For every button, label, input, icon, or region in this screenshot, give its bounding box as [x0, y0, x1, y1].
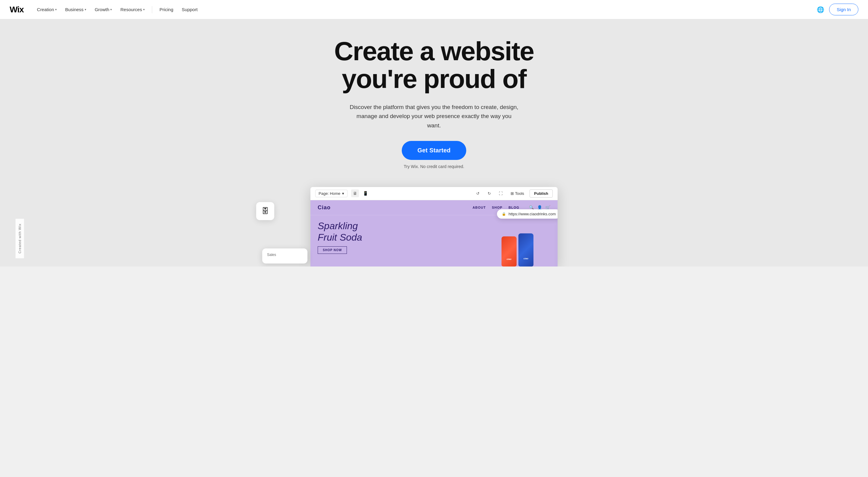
nav-item-growth[interactable]: Growth ▾	[91, 4, 116, 14]
mobile-icon: 📱	[363, 191, 368, 196]
site-hero-line1: Sparkling	[318, 220, 358, 231]
nav-growth-label: Growth	[95, 7, 109, 12]
chevron-down-icon: ▾	[55, 8, 57, 11]
chevron-down-icon: ▾	[342, 191, 344, 196]
site-logo: Ciao	[318, 204, 331, 211]
nav-item-pricing[interactable]: Pricing	[156, 4, 177, 14]
lock-icon: 🔒	[502, 212, 506, 216]
tools-label: Tools	[515, 191, 524, 196]
editor-toolbar: Page: Home ▾ 🖥 📱 ↺	[310, 187, 558, 200]
hero-note: Try Wix. No credit card required.	[404, 164, 464, 169]
nav-links: Creation ▾ Business ▾ Growth ▾ Resources…	[33, 4, 817, 14]
demo-section: Created with Wix 🗄 Sales Page: Home ▾ 🖥	[0, 181, 868, 267]
db-icon-card: 🗄	[256, 202, 274, 220]
sales-card: Sales	[262, 248, 307, 264]
undo-icon: ↺	[476, 191, 479, 196]
hero-title-line2: you're proud of	[342, 64, 526, 94]
side-label: Created with Wix	[16, 218, 24, 258]
expand-icon: ⛶	[499, 191, 503, 196]
globe-icon[interactable]: 🌐	[817, 6, 824, 13]
get-started-button[interactable]: Get Started	[402, 141, 466, 160]
desktop-view-button[interactable]: 🖥	[351, 190, 359, 197]
site-nav-shop[interactable]: SHOP	[492, 206, 502, 209]
mobile-view-button[interactable]: 📱	[361, 190, 369, 197]
hero-title: Create a website you're proud of	[334, 37, 534, 93]
desktop-icon: 🖥	[353, 191, 357, 196]
toolbar-right: ↺ ↻ ⛶ ⊞ Tools Publish	[474, 189, 553, 198]
expand-button[interactable]: ⛶	[497, 189, 505, 198]
chevron-down-icon: ▾	[143, 8, 145, 11]
tools-icon: ⊞	[510, 191, 514, 196]
nav-business-label: Business	[65, 7, 84, 12]
tools-button[interactable]: ⊞ Tools	[508, 190, 527, 197]
chevron-down-icon: ▾	[85, 8, 86, 11]
database-icon: 🗄	[261, 207, 269, 215]
redo-button[interactable]: ↻	[485, 189, 494, 198]
chevron-down-icon: ▾	[110, 8, 112, 11]
site-preview: Ciao ABOUT SHOP BLOG 🔍 👤 🛒 Sp	[310, 200, 558, 267]
site-hero-title: Sparkling Fruit Soda	[318, 220, 550, 243]
view-icons: 🖥 📱	[351, 190, 369, 197]
page-selector-label: Page: Home	[318, 191, 340, 196]
site-hero-content: Sparkling Fruit Soda SHOP NOW	[310, 215, 558, 259]
nav-resources-label: Resources	[120, 7, 142, 12]
page-selector[interactable]: Page: Home ▾	[315, 190, 347, 197]
sign-in-button[interactable]: Sign In	[829, 4, 858, 15]
hero-section: Create a website you're proud of Discove…	[0, 19, 868, 181]
editor-wrapper: 🗄 Sales Page: Home ▾ 🖥 📱	[310, 187, 558, 267]
shop-now-button[interactable]: SHOP NOW	[318, 246, 347, 254]
nav-divider	[152, 6, 152, 13]
publish-button[interactable]: Publish	[530, 190, 553, 198]
hero-subtitle: Discover the platform that gives you the…	[350, 103, 518, 130]
site-nav-about[interactable]: ABOUT	[472, 206, 486, 209]
nav-support-label: Support	[182, 7, 198, 12]
nav-item-support[interactable]: Support	[178, 4, 201, 14]
nav-item-resources[interactable]: Resources ▾	[117, 4, 148, 14]
hero-title-line1: Create a website	[334, 36, 534, 66]
url-bar: 🔒 https://www.ciaodrinks.com	[497, 209, 558, 218]
url-text: https://www.ciaodrinks.com	[508, 212, 556, 216]
wix-logo[interactable]: Wix	[10, 5, 24, 14]
navbar: Wix Creation ▾ Business ▾ Growth ▾ Resou…	[0, 0, 868, 19]
redo-icon: ↻	[488, 191, 491, 196]
sales-card-title: Sales	[267, 253, 303, 257]
nav-creation-label: Creation	[37, 7, 54, 12]
nav-item-creation[interactable]: Creation ▾	[33, 4, 61, 14]
site-hero-line2: Fruit Soda	[318, 232, 362, 243]
nav-item-business[interactable]: Business ▾	[61, 4, 90, 14]
site-nav-blog[interactable]: BLOG	[508, 206, 519, 209]
nav-right: 🌐 Sign In	[817, 4, 858, 15]
editor-frame: Page: Home ▾ 🖥 📱 ↺	[310, 187, 558, 267]
undo-button[interactable]: ↺	[474, 189, 482, 198]
nav-pricing-label: Pricing	[159, 7, 173, 12]
